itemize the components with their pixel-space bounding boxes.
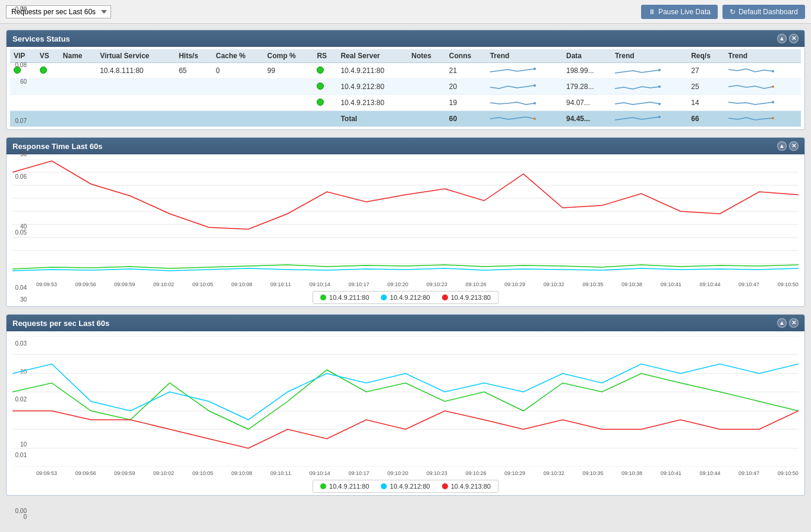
x-label: 09:10:47: [739, 470, 759, 476]
minimize-button[interactable]: ▲: [777, 141, 787, 151]
chart-legend: 10.4.9.211:80 10.4.9.212:80 10.4.9.213:8…: [12, 480, 799, 493]
x-label: 09:10:41: [661, 470, 681, 476]
panel-controls: ▲ ✕: [777, 318, 799, 328]
vs-status: [36, 79, 59, 95]
data-value: 94.07...: [563, 95, 611, 111]
real-server-value: 10.4.9.211:80: [337, 63, 408, 79]
col-trend3: Trend: [725, 49, 801, 63]
col-real-server: Real Server: [337, 49, 408, 63]
trend-chart-9: [728, 97, 776, 109]
svg-point-11: [772, 117, 774, 119]
chart-with-axis: 0.09 0.08 0.07 0.06 0.05 0.04 0.03 0.02 …: [12, 159, 799, 280]
minimize-button[interactable]: ▲: [777, 34, 787, 43]
total-trend-chart-1: [490, 113, 538, 125]
x-label: 09:10:14: [310, 470, 330, 476]
legend-dot-3: [442, 483, 448, 489]
col-trend1: Trend: [487, 49, 563, 63]
x-label: 09:10:29: [504, 281, 525, 287]
x-label: 09:10:35: [582, 470, 603, 476]
conns-value: 20: [446, 79, 487, 95]
svg-point-2: [772, 70, 774, 72]
x-label: 09:10:17: [348, 281, 369, 287]
minimize-button[interactable]: ▲: [777, 318, 787, 328]
x-label: 09:09:56: [75, 470, 96, 476]
legend-item-3: 10.4.9.213:80: [442, 294, 491, 301]
col-reqs: Req/s: [687, 49, 724, 63]
rs-status: [313, 79, 337, 95]
x-label: 09:10:35: [582, 281, 603, 287]
legend-item-2: 10.4.9.212:80: [381, 483, 430, 490]
legend-item-3: 10.4.9.213:80: [442, 483, 491, 490]
conns-value: 19: [446, 95, 487, 111]
close-button[interactable]: ✕: [789, 34, 799, 43]
services-table: VIP VS Name Virtual Service Hits/s Cache…: [10, 49, 801, 127]
hits-value: [175, 79, 212, 95]
x-label: 09:10:11: [270, 281, 291, 287]
requests-per-sec-panel: Requests per sec Last 60s ▲ ✕ 70 60 50 4…: [6, 314, 805, 496]
requests-chart-container: 70 60 50 40 30 20 10 0: [7, 331, 804, 495]
reqs-value: 14: [687, 95, 724, 111]
x-label: 09:09:59: [114, 470, 135, 476]
x-label: 09:10:26: [465, 281, 486, 287]
x-axis-labels: 09:09:53 09:09:56 09:09:59 09:10:02 09:1…: [36, 470, 799, 476]
reqs-value: 27: [687, 63, 724, 79]
col-data: Data: [563, 49, 611, 63]
x-label: 09:10:38: [621, 470, 642, 476]
legend-box: 10.4.9.211:80 10.4.9.212:80 10.4.9.213:8…: [313, 291, 498, 304]
chart-svg-area: [12, 159, 799, 280]
x-label: 09:10:50: [778, 470, 799, 476]
legend-dot-2: [381, 483, 387, 489]
chart-svg-area: [12, 336, 799, 468]
default-dashboard-button[interactable]: ↻ Default Dashboard: [722, 5, 805, 19]
real-server-value: 10.4.9.212:80: [337, 79, 408, 95]
legend-label-1: 10.4.9.211:80: [329, 483, 369, 490]
pause-live-data-button[interactable]: ⏸ Pause Live Data: [641, 5, 718, 19]
close-button[interactable]: ✕: [789, 141, 799, 151]
real-server-value: 10.4.9.213:80: [337, 95, 408, 111]
total-trend2: [611, 111, 687, 127]
reqs-value: 25: [687, 79, 724, 95]
table-row: 10.4.9.213:80 19 94.07...: [10, 95, 801, 111]
pause-icon: ⏸: [648, 8, 655, 16]
table-row: 10.4.8.111:80 65 0 99 10.4.9.211:80 21: [10, 63, 801, 79]
conns-value: 21: [446, 63, 487, 79]
legend-dot-2: [381, 294, 387, 300]
virtual-service-value: [96, 79, 175, 95]
pause-button-label: Pause Live Data: [658, 8, 711, 16]
comp-value: [264, 95, 314, 111]
x-axis-labels: 09:09:53 09:09:56 09:09:59 09:10:02 09:1…: [36, 281, 799, 287]
legend-label-1: 10.4.9.211:80: [329, 294, 369, 301]
total-trend-chart-2: [615, 113, 662, 125]
virtual-service-value: [96, 95, 175, 111]
col-name: Name: [59, 49, 96, 63]
trend-chart-7: [490, 97, 538, 109]
rs-dot: [317, 99, 324, 106]
svg-point-9: [534, 118, 536, 120]
svg-point-10: [658, 116, 661, 118]
trend-chart-2: [615, 65, 662, 77]
x-label: 09:10:20: [387, 281, 408, 287]
x-label: 09:10:29: [504, 470, 525, 476]
table-header-row: VIP VS Name Virtual Service Hits/s Cache…: [10, 49, 801, 63]
cache-value: 0: [212, 63, 264, 79]
virtual-service-value: 10.4.8.111:80: [96, 63, 175, 79]
legend-dot-1: [320, 294, 326, 300]
top-bar: Requests per sec Last 60s Response Time …: [0, 0, 811, 24]
services-table-wrapper: VIP VS Name Virtual Service Hits/s Cache…: [7, 47, 804, 129]
x-label: 09:10:11: [270, 470, 291, 476]
trend-chart-8: [615, 97, 662, 109]
legend-item-1: 10.4.9.211:80: [320, 294, 369, 301]
close-button[interactable]: ✕: [789, 318, 799, 328]
col-rs: RS: [313, 49, 337, 63]
trend-chart-3: [728, 65, 776, 77]
svg-point-5: [772, 86, 774, 88]
cache-value: [212, 79, 264, 95]
main-content: Services Status ▲ ✕ VIP VS Name Virtual …: [0, 24, 811, 502]
x-label: 09:10:23: [427, 281, 447, 287]
total-trend3: [725, 111, 801, 127]
svg-point-6: [534, 102, 536, 104]
x-label: 09:09:53: [36, 470, 57, 476]
response-time-svg: [12, 159, 799, 278]
total-data: 94.45...: [563, 111, 611, 127]
panel-controls: ▲ ✕: [777, 141, 799, 151]
